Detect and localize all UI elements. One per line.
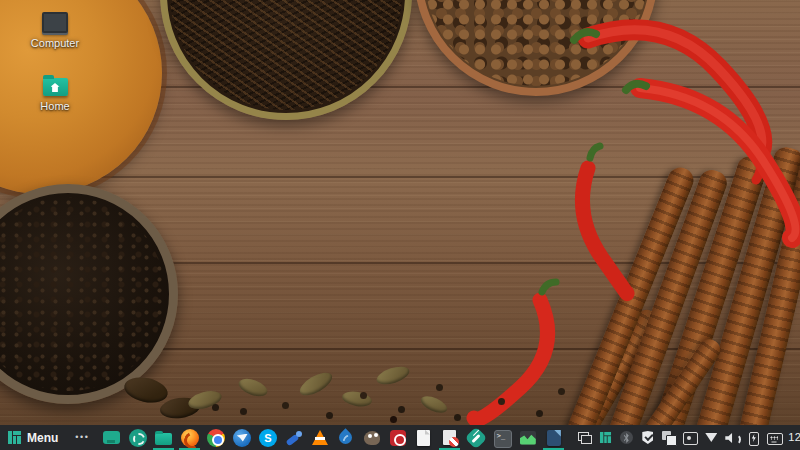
allspice-berries: [424, 0, 648, 86]
vlc-icon: [310, 428, 330, 448]
cardamom-pod: [375, 363, 412, 388]
settings-tools-icon[interactable]: [465, 425, 486, 450]
menu-label: Menu: [27, 431, 58, 445]
file-manager-icon[interactable]: [153, 425, 174, 450]
bluetooth-icon[interactable]: [618, 425, 635, 450]
system-monitor-icon[interactable]: [517, 425, 538, 450]
deluge-icon[interactable]: [335, 425, 356, 450]
text-document-icon[interactable]: [413, 425, 434, 450]
notes-blue-icon[interactable]: [543, 425, 564, 450]
paint-brush-icon: [284, 428, 304, 448]
cloves: [170, 0, 402, 110]
settings-shutter-icon[interactable]: [127, 425, 148, 450]
keyboard-layout-icon[interactable]: [765, 425, 782, 450]
cloves-bowl: [160, 0, 412, 120]
skype-icon[interactable]: [257, 425, 278, 450]
clipboard-icon: [661, 430, 676, 445]
shortcut-label: Home: [40, 100, 69, 112]
black-pepper-bowl: [0, 184, 178, 404]
ms-office-icon: [388, 428, 408, 448]
battery-charging-icon: [745, 430, 760, 445]
battery-charging-icon[interactable]: [744, 425, 761, 450]
thunderbird-icon: [232, 428, 252, 448]
notes-blue-icon: [544, 428, 564, 448]
volume-icon[interactable]: [723, 425, 740, 450]
settings-shutter-icon: [128, 428, 148, 448]
skype-icon: [258, 428, 278, 448]
system-monitor-icon: [518, 428, 538, 448]
chat-icon[interactable]: [101, 425, 122, 450]
manjaro-logo-icon[interactable]: [597, 425, 614, 450]
peppercorns: [0, 197, 165, 391]
clock[interactable]: 12:34: [782, 425, 800, 450]
terminal-icon[interactable]: [491, 425, 512, 450]
overflow-dots-button[interactable]: •••: [67, 425, 97, 450]
chrome-icon: [206, 428, 226, 448]
chrome-icon[interactable]: [205, 425, 226, 450]
scattered-peppercorns: [240, 408, 247, 415]
shield-check-icon[interactable]: [639, 425, 656, 450]
file-manager-icon: [154, 428, 174, 448]
firefox-icon[interactable]: [179, 425, 200, 450]
ms-office-icon[interactable]: [387, 425, 408, 450]
terminal-icon: [492, 428, 512, 448]
screenshot-icon[interactable]: [681, 425, 698, 450]
volume-icon: [724, 430, 739, 445]
settings-tools-icon: [466, 428, 486, 448]
thunderbird-icon[interactable]: [231, 425, 252, 450]
document-blocked-icon: [440, 428, 460, 448]
launcher-row: [101, 425, 564, 450]
cardamom-pod: [122, 374, 170, 407]
chat-icon: [102, 428, 122, 448]
screenshot-icon: [682, 430, 697, 445]
system-tray: [576, 425, 782, 450]
computer-icon: [42, 12, 68, 33]
vlc-icon[interactable]: [309, 425, 330, 450]
manjaro-logo-icon: [600, 432, 611, 443]
manjaro-logo-icon: [8, 431, 21, 444]
menu-button[interactable]: Menu: [0, 425, 67, 450]
gimp-icon: [362, 428, 382, 448]
desktop-wallpaper[interactable]: Computer Home: [0, 0, 800, 425]
clipboard-icon[interactable]: [660, 425, 677, 450]
desktop-screen: Computer Home Menu ••• 12:34: [0, 0, 800, 450]
cardamom-pod: [296, 368, 335, 400]
desktop-shortcut-home[interactable]: Home: [17, 78, 93, 112]
shortcut-label: Computer: [31, 37, 79, 49]
gimp-icon[interactable]: [361, 425, 382, 450]
firefox-icon: [180, 428, 200, 448]
taskbar: Menu ••• 12:34: [0, 425, 800, 450]
text-document-icon: [414, 428, 434, 448]
virtual-desktops-icon: [577, 430, 592, 445]
deluge-icon: [336, 428, 356, 448]
cardamom-pod: [236, 375, 269, 399]
paint-brush-icon[interactable]: [283, 425, 304, 450]
home-folder-icon: [43, 78, 68, 96]
desktop-shortcut-computer[interactable]: Computer: [17, 12, 93, 49]
document-blocked-icon[interactable]: [439, 425, 460, 450]
cardamom-pod: [341, 390, 373, 409]
keyboard-layout-icon: [766, 430, 781, 445]
bluetooth-icon: [619, 430, 634, 445]
wifi-icon: [703, 430, 718, 445]
virtual-desktops-icon[interactable]: [576, 425, 593, 450]
shield-check-icon: [640, 430, 655, 445]
cardamom-pod: [419, 393, 450, 416]
allspice-bowl: [414, 0, 658, 96]
wifi-icon[interactable]: [702, 425, 719, 450]
